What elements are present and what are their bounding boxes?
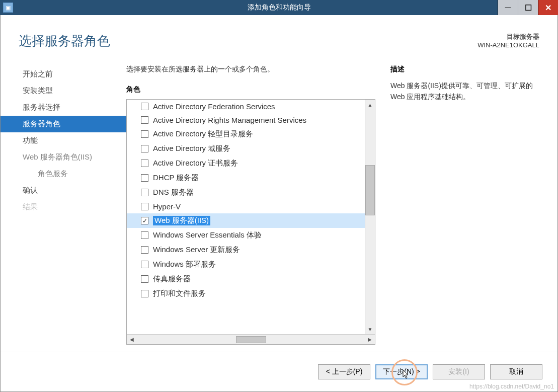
- next-button-label: 下一步(N) >: [383, 367, 420, 375]
- scroll-up-icon[interactable]: ▲: [365, 100, 375, 110]
- sidebar-item-0[interactable]: 开始之前: [1, 66, 126, 83]
- role-checkbox[interactable]: [141, 275, 148, 283]
- role-checkbox[interactable]: [141, 189, 148, 196]
- role-label: 传真服务器: [153, 274, 191, 284]
- install-button: 安装(I): [433, 364, 485, 379]
- maximize-button[interactable]: ☐: [518, 0, 538, 15]
- roles-listbox: Active Directory Federation ServicesActi…: [126, 99, 375, 345]
- close-button[interactable]: ✕: [538, 0, 558, 15]
- prev-button[interactable]: < 上一步(P): [318, 364, 370, 379]
- role-row-13[interactable]: 打印和文件服务: [127, 286, 365, 301]
- target-server-box: 目标服务器 WIN-A2NE1OKGALL: [477, 32, 539, 50]
- role-checkbox[interactable]: [141, 130, 148, 138]
- role-row-3[interactable]: Active Directory 域服务: [127, 141, 365, 156]
- role-checkbox[interactable]: [141, 203, 148, 210]
- role-row-10[interactable]: Windows Server 更新服务: [127, 243, 365, 257]
- minimize-button[interactable]: ─: [498, 0, 518, 15]
- sidebar-item-2[interactable]: 服务器选择: [1, 99, 126, 116]
- role-checkbox[interactable]: [141, 217, 148, 224]
- cancel-button[interactable]: 取消: [490, 364, 542, 379]
- role-checkbox[interactable]: [141, 116, 148, 124]
- horizontal-scrollbar[interactable]: ◀ ▶: [127, 334, 375, 344]
- role-row-4[interactable]: Active Directory 证书服务: [127, 156, 365, 171]
- role-label: Active Directory Rights Management Servi…: [153, 116, 306, 124]
- role-checkbox[interactable]: [141, 261, 148, 268]
- roles-column: 选择要安装在所选服务器上的一个或多个角色。 角色 Active Director…: [126, 65, 375, 352]
- role-label: DNS 服务器: [153, 188, 194, 197]
- role-label: Web 服务器(IIS): [153, 216, 210, 225]
- role-row-12[interactable]: 传真服务器: [127, 272, 365, 286]
- target-label: 目标服务器: [477, 32, 539, 41]
- sidebar-item-8: 结果: [1, 199, 126, 215]
- role-checkbox[interactable]: [141, 145, 148, 152]
- next-button[interactable]: 下一步(N) >: [375, 364, 428, 379]
- description-text: Web 服务器(IIS)提供可靠、可管理、可扩展的 Web 应用程序基础结构。: [390, 80, 539, 103]
- window-body: 选择服务器角色 目标服务器 WIN-A2NE1OKGALL 开始之前安装类型服务…: [0, 15, 558, 392]
- sidebar-item-6[interactable]: 角色服务: [1, 166, 126, 182]
- role-label: Active Directory Federation Services: [153, 102, 275, 111]
- roles-rows[interactable]: Active Directory Federation ServicesActi…: [127, 100, 365, 334]
- role-row-0[interactable]: Active Directory Federation Services: [127, 100, 365, 113]
- role-label: Active Directory 证书服务: [153, 159, 238, 168]
- role-checkbox[interactable]: [141, 174, 148, 182]
- role-row-11[interactable]: Windows 部署服务: [127, 257, 365, 272]
- role-row-7[interactable]: Hyper-V: [127, 200, 365, 213]
- sidebar-item-5[interactable]: Web 服务器角色(IIS): [1, 149, 126, 166]
- role-label: Windows 部署服务: [153, 260, 216, 269]
- window-title: 添加角色和功能向导: [248, 3, 311, 12]
- role-label: DHCP 服务器: [153, 173, 199, 183]
- window-buttons: ─ ☐ ✕: [498, 0, 558, 15]
- role-checkbox[interactable]: [141, 246, 148, 254]
- role-label: Windows Server 更新服务: [153, 245, 240, 255]
- hscroll-thumb[interactable]: [236, 336, 266, 343]
- scroll-thumb[interactable]: [365, 165, 375, 215]
- role-label: 打印和文件服务: [153, 289, 206, 298]
- role-label: Active Directory 轻型目录服务: [153, 129, 253, 139]
- role-row-9[interactable]: Windows Server Essentials 体验: [127, 228, 365, 243]
- role-label: Hyper-V: [153, 202, 181, 211]
- role-checkbox[interactable]: [141, 290, 148, 297]
- content-row: 开始之前安装类型服务器选择服务器角色功能Web 服务器角色(IIS)角色服务确认…: [1, 54, 557, 352]
- role-label: Windows Server Essentials 体验: [153, 230, 262, 240]
- titlebar: ▣ 添加角色和功能向导 ─ ☐ ✕: [0, 0, 558, 15]
- role-row-8[interactable]: Web 服务器(IIS): [127, 213, 365, 228]
- sidebar-item-3[interactable]: 服务器角色: [1, 116, 126, 132]
- role-checkbox[interactable]: [141, 231, 148, 239]
- main-panel: 选择要安装在所选服务器上的一个或多个角色。 角色 Active Director…: [126, 54, 539, 352]
- instruction-text: 选择要安装在所选服务器上的一个或多个角色。: [126, 65, 375, 74]
- role-row-6[interactable]: DNS 服务器: [127, 185, 365, 200]
- role-checkbox[interactable]: [141, 160, 148, 167]
- role-row-5[interactable]: DHCP 服务器: [127, 171, 365, 185]
- scroll-down-icon[interactable]: ▼: [365, 324, 375, 334]
- sidebar-item-4[interactable]: 功能: [1, 132, 126, 149]
- description-label: 描述: [390, 65, 539, 74]
- scroll-left-icon[interactable]: ◀: [127, 337, 137, 342]
- wizard-sidebar: 开始之前安装类型服务器选择服务器角色功能Web 服务器角色(IIS)角色服务确认…: [1, 54, 126, 352]
- page-title: 选择服务器角色: [19, 32, 110, 50]
- vertical-scrollbar[interactable]: ▲ ▼: [365, 100, 375, 334]
- roles-label: 角色: [126, 85, 375, 94]
- sidebar-item-7[interactable]: 确认: [1, 182, 126, 199]
- sidebar-item-1[interactable]: 安装类型: [1, 83, 126, 99]
- header-row: 选择服务器角色 目标服务器 WIN-A2NE1OKGALL: [1, 15, 557, 54]
- role-row-2[interactable]: Active Directory 轻型目录服务: [127, 127, 365, 141]
- description-column: 描述 Web 服务器(IIS)提供可靠、可管理、可扩展的 Web 应用程序基础结…: [390, 65, 539, 352]
- role-label: Active Directory 域服务: [153, 144, 230, 153]
- scroll-right-icon[interactable]: ▶: [365, 337, 375, 342]
- watermark: https://blog.csdn.net/David_no1: [469, 383, 554, 390]
- role-checkbox[interactable]: [141, 103, 148, 110]
- app-icon: ▣: [3, 3, 13, 13]
- role-row-1[interactable]: Active Directory Rights Management Servi…: [127, 113, 365, 127]
- target-name: WIN-A2NE1OKGALL: [477, 41, 539, 49]
